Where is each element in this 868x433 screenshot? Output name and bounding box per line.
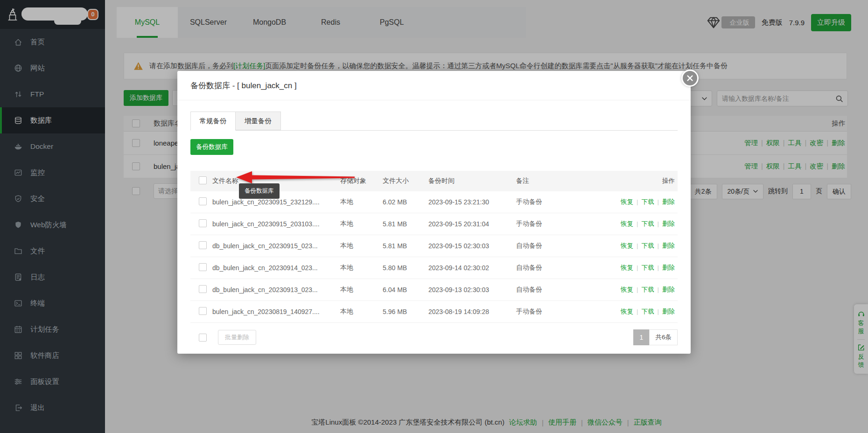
backup-time: 2023-09-13 02:30:03 xyxy=(428,286,516,293)
backup-size: 5.81 MB xyxy=(383,242,428,250)
modal-close-button[interactable] xyxy=(681,70,699,87)
delete-link[interactable]: 删除 xyxy=(662,264,675,271)
backup-database-modal: 备份数据库 - [ bulen_jack_cn ] 常规备份 增量备份 备份数据… xyxy=(177,71,691,354)
backup-storage: 本地 xyxy=(340,286,383,294)
backup-note: 自动备份 xyxy=(516,286,609,294)
row-checkbox[interactable] xyxy=(199,263,207,271)
download-link[interactable]: 下载 xyxy=(641,198,654,205)
row-checkbox[interactable] xyxy=(199,307,207,315)
backup-file-name: db_bulen_jack_cn_20230914_023... xyxy=(212,264,340,272)
backup-time: 2023-09-15 20:31:04 xyxy=(428,220,516,228)
column-file-size: 文件大小 xyxy=(383,177,428,185)
close-icon xyxy=(687,75,693,81)
backup-file-row: db_bulen_jack_cn_20230915_023... 本地 5.81… xyxy=(190,235,678,257)
download-link[interactable]: 下载 xyxy=(641,220,654,227)
download-link[interactable]: 下载 xyxy=(641,242,654,249)
backup-note: 手动备份 xyxy=(516,198,609,206)
backup-time: 2023-09-15 02:30:03 xyxy=(428,242,516,250)
batch-delete-button[interactable]: 批量删除 xyxy=(218,330,256,345)
backup-pagination: 1 共6条 xyxy=(633,329,678,345)
backup-storage: 本地 xyxy=(340,220,383,228)
backup-file-row: db_bulen_jack_cn_20230914_023... 本地 5.80… xyxy=(190,257,678,279)
backup-file-row: bulen_jack_cn_20230819_140927.... 本地 5.9… xyxy=(190,301,678,323)
backup-time: 2023-09-14 02:30:02 xyxy=(428,264,516,272)
restore-link[interactable]: 恢复 xyxy=(621,286,633,293)
restore-link[interactable]: 恢复 xyxy=(621,242,633,249)
backup-row-actions: 恢复|下载|删除 xyxy=(609,242,678,250)
backup-note: 手动备份 xyxy=(516,220,609,228)
backup-time: 2023-09-15 23:21:30 xyxy=(428,198,516,206)
modal-body: 常规备份 增量备份 备份数据库 备份数据库 文件名称 存储对象 文件大小 备份时… xyxy=(177,100,691,354)
backup-row-actions: 恢复|下载|删除 xyxy=(609,264,678,272)
delete-link[interactable]: 删除 xyxy=(662,242,675,249)
restore-link[interactable]: 恢复 xyxy=(621,264,633,271)
delete-link[interactable]: 删除 xyxy=(662,220,675,227)
backup-mode-tabs: 常规备份 增量备份 xyxy=(190,112,678,131)
backup-file-name: bulen_jack_cn_20230915_232129.... xyxy=(212,198,340,206)
backup-file-row: bulen_jack_cn_20230915_203103.... 本地 5.8… xyxy=(190,213,678,235)
backup-row-actions: 恢复|下载|删除 xyxy=(609,220,678,228)
backup-size: 5.81 MB xyxy=(383,220,428,228)
row-checkbox[interactable] xyxy=(199,197,207,205)
backup-mode-tab[interactable]: 常规备份 xyxy=(190,112,236,131)
tab-label: 增量备份 xyxy=(245,117,272,125)
backup-storage: 本地 xyxy=(340,198,383,206)
backup-button-tooltip: 备份数据库 xyxy=(239,183,280,199)
row-checkbox[interactable] xyxy=(199,219,207,227)
backup-storage: 本地 xyxy=(340,242,383,250)
total-count-box: 共6条 xyxy=(649,329,678,345)
backup-note: 自动备份 xyxy=(516,264,609,272)
batch-select-checkbox[interactable] xyxy=(199,334,207,342)
modal-title: 备份数据库 - [ bulen_jack_cn ] xyxy=(177,71,691,100)
backup-row-actions: 恢复|下载|删除 xyxy=(609,307,678,316)
current-page-button[interactable]: 1 xyxy=(633,329,649,345)
backup-size: 5.80 MB xyxy=(383,264,428,272)
backup-time: 2023-08-19 14:09:28 xyxy=(428,308,516,315)
restore-link[interactable]: 恢复 xyxy=(621,220,633,227)
backup-file-name: bulen_jack_cn_20230819_140927.... xyxy=(212,308,340,315)
column-backup-time: 备份时间 xyxy=(428,177,516,185)
select-all-checkbox[interactable] xyxy=(199,176,207,184)
backup-database-button[interactable]: 备份数据库 xyxy=(190,139,233,155)
backup-row-actions: 恢复|下载|删除 xyxy=(609,198,678,206)
column-note: 备注 xyxy=(516,177,609,185)
modal-footer-row: 批量删除 1 共6条 xyxy=(190,329,678,345)
column-action: 操作 xyxy=(609,177,678,185)
row-checkbox[interactable] xyxy=(199,285,207,293)
backup-file-name: db_bulen_jack_cn_20230915_023... xyxy=(212,242,340,250)
backup-storage: 本地 xyxy=(340,307,383,316)
delete-link[interactable]: 删除 xyxy=(662,198,675,205)
download-link[interactable]: 下载 xyxy=(641,264,654,271)
tab-label: 常规备份 xyxy=(200,117,227,125)
backup-size: 6.02 MB xyxy=(383,198,428,206)
delete-link[interactable]: 删除 xyxy=(662,286,675,293)
column-storage: 存储对象 xyxy=(340,177,383,185)
backup-file-name: bulen_jack_cn_20230915_203103.... xyxy=(212,220,340,228)
backup-size: 5.96 MB xyxy=(383,308,428,315)
backup-file-row: db_bulen_jack_cn_20230913_023... 本地 6.04… xyxy=(190,279,678,301)
backup-row-actions: 恢复|下载|删除 xyxy=(609,286,678,294)
backup-size: 6.04 MB xyxy=(383,286,428,293)
restore-link[interactable]: 恢复 xyxy=(621,198,633,205)
download-link[interactable]: 下载 xyxy=(641,308,654,315)
backup-mode-tab[interactable]: 增量备份 xyxy=(236,112,281,130)
backup-note: 手动备份 xyxy=(516,307,609,316)
backup-file-name: db_bulen_jack_cn_20230913_023... xyxy=(212,286,340,293)
delete-link[interactable]: 删除 xyxy=(662,308,675,315)
restore-link[interactable]: 恢复 xyxy=(621,308,633,315)
row-checkbox[interactable] xyxy=(199,241,207,249)
download-link[interactable]: 下载 xyxy=(641,286,654,293)
backup-storage: 本地 xyxy=(340,264,383,272)
backup-note: 自动备份 xyxy=(516,242,609,250)
